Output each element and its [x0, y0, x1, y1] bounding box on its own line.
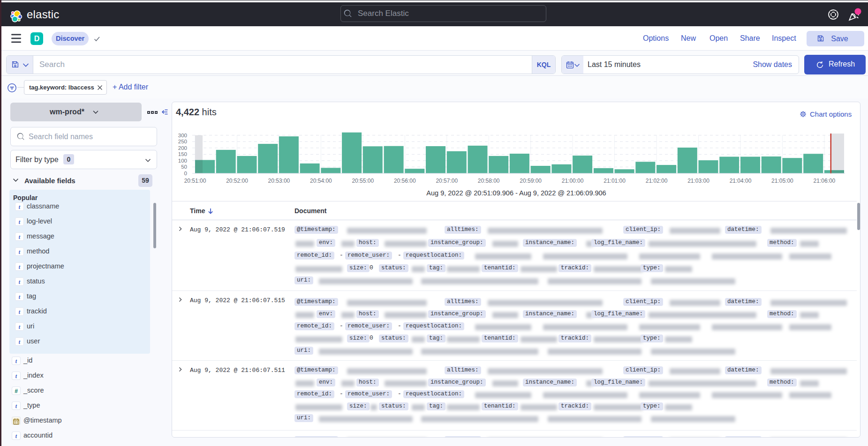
svg-text:20:52:00: 20:52:00 — [226, 178, 248, 184]
svg-text:250: 250 — [178, 139, 187, 144]
svg-text:100: 100 — [178, 158, 187, 164]
svg-text:t: t — [15, 358, 17, 364]
svg-text:20:58:00: 20:58:00 — [478, 178, 500, 184]
svg-text:21:04:00: 21:04:00 — [730, 178, 752, 184]
svg-text:t: t — [19, 339, 21, 345]
svg-text:t: t — [19, 264, 21, 270]
svg-text:21:03:00: 21:03:00 — [687, 178, 709, 184]
svg-text:21:01:00: 21:01:00 — [604, 178, 626, 184]
svg-text:t: t — [15, 433, 17, 439]
svg-text:20:57:00: 20:57:00 — [436, 178, 458, 184]
svg-text:0: 0 — [184, 171, 187, 176]
svg-text:t: t — [19, 309, 21, 315]
svg-text:21:06:00: 21:06:00 — [814, 178, 836, 184]
svg-text:#: # — [15, 388, 18, 394]
svg-text:t: t — [15, 373, 17, 379]
svg-text:21:00:00: 21:00:00 — [562, 178, 584, 184]
svg-text:t: t — [19, 279, 21, 285]
svg-text:20:53:00: 20:53:00 — [268, 178, 290, 184]
svg-text:t: t — [15, 403, 17, 409]
svg-text:20:56:00: 20:56:00 — [394, 178, 416, 184]
svg-text:21:02:00: 21:02:00 — [646, 178, 668, 184]
svg-text:t: t — [19, 324, 21, 330]
svg-text:200: 200 — [178, 145, 187, 151]
svg-text:t: t — [19, 294, 21, 300]
svg-text:21:05:00: 21:05:00 — [771, 178, 793, 184]
svg-text:20:51:00: 20:51:00 — [184, 178, 206, 184]
svg-text:150: 150 — [178, 151, 187, 157]
svg-text:t: t — [19, 249, 21, 255]
svg-text:20:59:00: 20:59:00 — [520, 178, 542, 184]
svg-text:300: 300 — [178, 133, 187, 138]
svg-text:20:55:00: 20:55:00 — [352, 178, 374, 184]
svg-text:50: 50 — [181, 164, 187, 170]
svg-text:20:54:00: 20:54:00 — [310, 178, 332, 184]
svg-text:t: t — [19, 219, 21, 225]
svg-text:t: t — [19, 234, 21, 240]
svg-text:t: t — [19, 204, 21, 210]
